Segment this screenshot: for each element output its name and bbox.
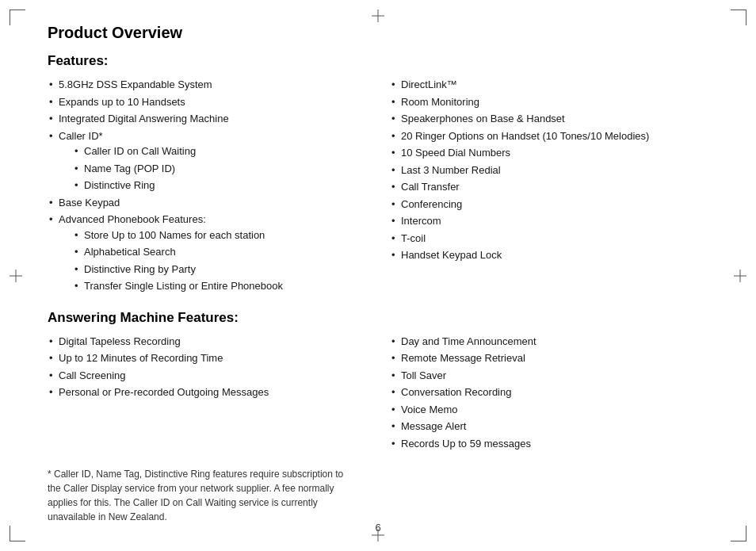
features-left-list: 5.8GHz DSS Expandable System Expands up …: [48, 77, 366, 294]
list-item: 20 Ringer Options on Handset (10 Tones/1…: [390, 128, 708, 144]
corner-mark-tl: [10, 10, 25, 25]
list-item: Conversation Recording: [390, 385, 708, 400]
answering-left-list: Digital Tapeless Recording Up to 12 Minu…: [48, 334, 366, 400]
page-title: Product Overview: [48, 24, 708, 42]
answering-section: Answering Machine Features: Digital Tape…: [48, 310, 708, 453]
list-item: Day and Time Announcement: [390, 334, 708, 350]
crosshair-right: [734, 270, 746, 282]
page: Product Overview Features: 5.8GHz DSS Ex…: [0, 0, 756, 551]
list-item: Speakerphones on Base & Handset: [390, 111, 708, 127]
crosshair-top: [372, 10, 384, 22]
list-item: 10 Speed Dial Numbers: [390, 145, 708, 161]
list-item: Name Tag (POP ID): [73, 161, 366, 177]
features-heading: Features:: [48, 53, 708, 69]
corner-mark-tr: [731, 10, 746, 25]
list-item: Last 3 Number Redial: [390, 163, 708, 178]
list-item: Caller ID* Caller ID on Call Waiting Nam…: [48, 128, 366, 193]
features-columns: 5.8GHz DSS Expandable System Expands up …: [48, 77, 708, 296]
list-item: Up to 12 Minutes of Recording Time: [48, 350, 366, 366]
caller-id-sublist: Caller ID on Call Waiting Name Tag (POP …: [73, 143, 366, 193]
list-item: Intercom: [390, 213, 708, 229]
list-item: Distinctive Ring by Party: [73, 262, 366, 277]
list-item: Advanced Phonebook Features: Store Up to…: [48, 212, 366, 294]
answering-right-col: Day and Time Announcement Remote Message…: [390, 334, 708, 453]
list-item: Toll Saver: [390, 368, 708, 384]
corner-mark-bl: [10, 526, 25, 541]
list-item: T-coil: [390, 231, 708, 247]
answering-columns: Digital Tapeless Recording Up to 12 Minu…: [48, 334, 708, 453]
answering-right-list: Day and Time Announcement Remote Message…: [390, 334, 708, 452]
phonebook-sublist: Store Up to 100 Names for each station A…: [73, 228, 366, 294]
list-item: 5.8GHz DSS Expandable System: [48, 77, 366, 93]
list-item: Store Up to 100 Names for each station: [73, 228, 366, 243]
features-section: Features: 5.8GHz DSS Expandable System E…: [48, 53, 708, 296]
list-item: Integrated Digital Answering Machine: [48, 111, 366, 127]
list-item: DirectLink™: [390, 77, 708, 93]
crosshair-left: [10, 270, 22, 282]
answering-heading: Answering Machine Features:: [48, 310, 708, 326]
features-right-col: DirectLink™ Room Monitoring Speakerphone…: [390, 77, 708, 296]
list-item: Room Monitoring: [390, 94, 708, 110]
list-item: Digital Tapeless Recording: [48, 334, 366, 350]
page-number: 6: [375, 522, 380, 534]
list-item: Alphabetical Search: [73, 244, 366, 260]
list-item: Voice Memo: [390, 402, 708, 418]
features-left-col: 5.8GHz DSS Expandable System Expands up …: [48, 77, 366, 296]
list-item: Records Up to 59 messages: [390, 436, 708, 452]
list-item: Conferencing: [390, 197, 708, 212]
list-item: Remote Message Retrieval: [390, 350, 708, 366]
answering-left-col: Digital Tapeless Recording Up to 12 Minu…: [48, 334, 366, 453]
list-item: Distinctive Ring: [73, 178, 366, 193]
list-item: Handset Keypad Lock: [390, 247, 708, 263]
footnote: * Caller ID, Name Tag, Distinctive Ring …: [48, 467, 349, 524]
list-item: Expands up to 10 Handsets: [48, 94, 366, 110]
list-item: Transfer Single Listing or Entire Phoneb…: [73, 278, 366, 294]
list-item: Call Transfer: [390, 179, 708, 195]
list-item: Message Alert: [390, 419, 708, 434]
corner-mark-br: [731, 526, 746, 541]
list-item: Base Keypad: [48, 195, 366, 211]
features-right-list: DirectLink™ Room Monitoring Speakerphone…: [390, 77, 708, 263]
list-item: Call Screening: [48, 368, 366, 384]
list-item: Caller ID on Call Waiting: [73, 143, 366, 159]
list-item: Personal or Pre-recorded Outgoing Messag…: [48, 385, 366, 400]
